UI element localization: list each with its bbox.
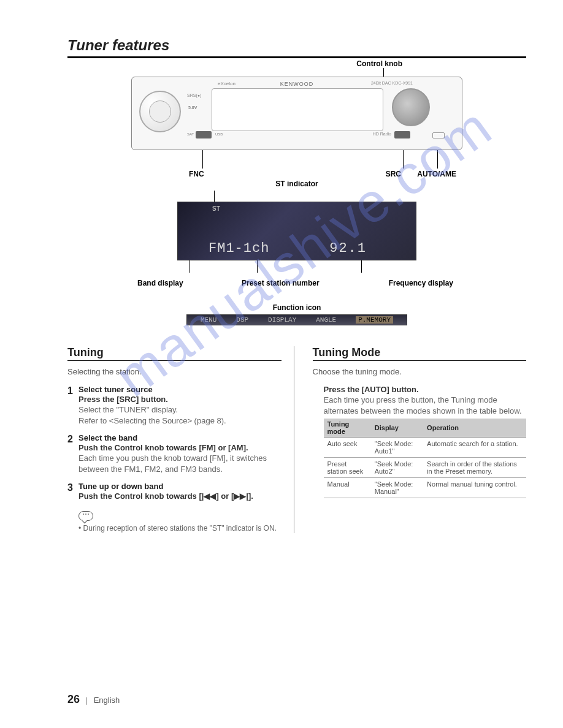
callout-freq-display: Frequency display (389, 279, 453, 287)
table-header: Operation (423, 419, 526, 438)
table-cell: "Seek Mode: Auto1" (371, 438, 423, 458)
lcd-freq-text: 92.1 (329, 241, 367, 256)
table-header: Display (371, 419, 423, 438)
series-label: eXcelon (218, 81, 236, 86)
func-item: MENU (201, 316, 216, 324)
srs-label: SRS(●) (187, 93, 201, 97)
func-item: DSP (236, 316, 248, 324)
leader-line (202, 150, 203, 169)
radio-screen-icon (212, 88, 383, 131)
step-2: 2 Select the band Push the Control knob … (67, 433, 282, 474)
table-cell: Automatic search for a station. (423, 438, 526, 458)
control-knob-icon (392, 88, 430, 126)
leader-line (403, 150, 404, 169)
callout-fnc: FNC (189, 170, 204, 178)
callout-band-display: Band display (137, 279, 183, 287)
lcd-band-text: FM1-1ch (209, 241, 269, 256)
step-title: Tune up or down band (79, 482, 282, 491)
step-desc: Refer to <Selecting the Source> (page 8)… (79, 415, 282, 427)
step-desc: Select the "TUNER" display. (79, 404, 282, 415)
section-heading-tuning: Tuning (67, 346, 282, 361)
preout-label: 5.0V (188, 105, 197, 110)
function-icon-bar: MENU DSP DISPLAY ANGLE P.MEMORY (186, 314, 407, 325)
src-button-icon (394, 131, 410, 138)
brand-label: KENWOOD (280, 81, 314, 87)
step-number: 3 (67, 482, 79, 501)
tuning-intro: Selecting the station. (67, 367, 282, 376)
leader-line (361, 260, 362, 273)
step-action: Push the Control knob towards [FM] or [A… (79, 443, 282, 452)
table-cell: "Seek Mode: Manual" (371, 478, 423, 498)
footer-separator: | (86, 696, 88, 705)
table-row: Manual "Seek Mode: Manual" Normal manual… (324, 478, 527, 498)
table-cell: Auto seek (324, 438, 371, 458)
table-cell: Search in order of the stations in the P… (423, 458, 526, 478)
step-title: Select tuner source (79, 385, 282, 394)
table-row: Preset station seek "Seek Mode: Auto2" S… (324, 458, 527, 478)
table-cell: "Seek Mode: Auto2" (371, 458, 423, 478)
callout-src: SRC (386, 170, 401, 178)
func-item: ANGLE (316, 316, 336, 324)
step-3: 3 Tune up or down band Push the Control … (67, 482, 282, 501)
table-header: Tuning mode (324, 419, 371, 438)
step-desc: Each time you push the knob toward [FM],… (79, 453, 282, 474)
step-1: 1 Select tuner source Press the [SRC] bu… (67, 385, 282, 426)
step-title: Select the band (79, 433, 282, 442)
page-number: 26 (67, 693, 80, 705)
callout-preset-number: Preset station number (242, 279, 320, 287)
leader-line (437, 150, 438, 169)
table-cell: Preset station seek (324, 458, 371, 478)
leader-line (190, 260, 190, 273)
page-footer: 26 | English (67, 693, 120, 706)
tuning-mode-desc: Each time you press the button, the Tuni… (324, 395, 527, 416)
auto-button-icon (432, 132, 445, 138)
leader-line (257, 260, 258, 273)
tuning-mode-section: Tuning Mode Choose the tuning mode. Pres… (313, 346, 527, 533)
table-cell: Manual (324, 478, 371, 498)
callout-function-icon: Function icon (67, 303, 526, 312)
tuning-mode-action: Press the [AUTO] button. (324, 385, 527, 394)
step-action: Push the Control knob towards [|◀◀] or [… (79, 491, 282, 501)
step-number: 2 (67, 433, 79, 474)
step-number: 1 (67, 385, 79, 426)
volume-knob-center-icon (149, 100, 171, 123)
callout-auto-ame: AUTO/AME (417, 170, 456, 178)
tuning-section: Tuning Selecting the station. 1 Select t… (67, 346, 294, 533)
lcd-display: ST FM1-1ch 92.1 (177, 202, 416, 260)
sat-label: SAT (187, 132, 194, 136)
page-title: Tuner features (67, 37, 526, 58)
hdradio-label: HD Radio (373, 132, 391, 136)
fnc-button-icon (196, 131, 212, 138)
tuning-mode-table: Tuning mode Display Operation Auto seek … (324, 419, 527, 498)
step-action: Press the [SRC] button. (79, 395, 282, 404)
lcd-st-indicator: ST (212, 205, 220, 212)
table-row: Auto seek "Seek Mode: Auto1" Automatic s… (324, 438, 527, 458)
model-label: 24Bit DAC KDC-X991 (371, 81, 413, 85)
table-cell: Normal manual tuning control. (423, 478, 526, 498)
callout-control-knob: Control knob (356, 59, 402, 68)
radio-faceplate: KENWOOD eXcelon 24Bit DAC KDC-X991 SRS(●… (131, 77, 462, 150)
func-item: DISPLAY (268, 316, 296, 324)
section-heading-tuning-mode: Tuning Mode (313, 346, 527, 361)
footer-language: English (94, 696, 120, 705)
main-diagram: Control knob KENWOOD eXcelon 24Bit DAC K… (67, 77, 526, 325)
note-icon (79, 511, 93, 521)
func-item-active: P.MEMORY (356, 316, 393, 324)
tuning-mode-intro: Choose the tuning mode. (313, 367, 527, 376)
note-text: During reception of stereo stations the … (79, 523, 282, 533)
callout-st-indicator: ST indicator (67, 180, 526, 188)
usb-label: USB (215, 132, 223, 136)
